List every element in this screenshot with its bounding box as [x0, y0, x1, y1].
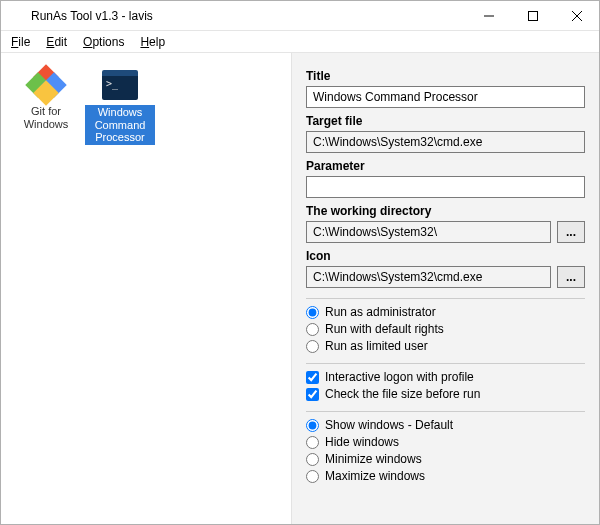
menu-file[interactable]: File	[5, 33, 36, 51]
radio-label: Run with default rights	[325, 322, 444, 336]
parameter-label: Parameter	[306, 159, 585, 173]
icon-input[interactable]	[306, 266, 551, 288]
target-label: Target file	[306, 114, 585, 128]
radio-show-maximize[interactable]: Maximize windows	[306, 469, 585, 483]
radio-input[interactable]	[306, 470, 319, 483]
separator	[306, 411, 585, 412]
radio-show-default[interactable]: Show windows - Default	[306, 418, 585, 432]
checkbox-input[interactable]	[306, 388, 319, 401]
parameter-input[interactable]	[306, 176, 585, 198]
menu-edit[interactable]: Edit	[40, 33, 73, 51]
radio-label: Maximize windows	[325, 469, 425, 483]
maximize-icon	[528, 11, 538, 21]
radio-label: Run as limited user	[325, 339, 428, 353]
minimize-icon	[484, 11, 494, 21]
radio-run-admin[interactable]: Run as administrator	[306, 305, 585, 319]
minimize-button[interactable]	[467, 1, 511, 31]
cmd-icon	[102, 67, 138, 103]
app-window: RunAs Tool v1.3 - lavis File Edit Option…	[0, 0, 600, 525]
menubar: File Edit Options Help	[1, 31, 599, 53]
radio-input[interactable]	[306, 453, 319, 466]
radio-label: Show windows - Default	[325, 418, 453, 432]
separator	[306, 363, 585, 364]
radio-input[interactable]	[306, 419, 319, 432]
app-icon	[9, 8, 25, 24]
icon-browse-button[interactable]: ...	[557, 266, 585, 288]
radio-input[interactable]	[306, 323, 319, 336]
list-item-label: Git for Windows	[11, 105, 81, 130]
git-icon	[28, 67, 64, 103]
title-label: Title	[306, 69, 585, 83]
properties-panel: Title Target file Parameter The working …	[291, 53, 599, 524]
radio-label: Run as administrator	[325, 305, 436, 319]
radio-label: Minimize windows	[325, 452, 422, 466]
window-title: RunAs Tool v1.3 - lavis	[31, 9, 467, 23]
close-button[interactable]	[555, 1, 599, 31]
check-file-size[interactable]: Check the file size before run	[306, 387, 585, 401]
close-icon	[572, 11, 582, 21]
radio-show-hide[interactable]: Hide windows	[306, 435, 585, 449]
radio-input[interactable]	[306, 340, 319, 353]
separator	[306, 298, 585, 299]
titlebar: RunAs Tool v1.3 - lavis	[1, 1, 599, 31]
target-input[interactable]	[306, 131, 585, 153]
checkbox-label: Check the file size before run	[325, 387, 480, 401]
maximize-button[interactable]	[511, 1, 555, 31]
radio-input[interactable]	[306, 436, 319, 449]
content-area: Git for Windows Windows Command Processo…	[1, 53, 599, 524]
menu-options[interactable]: Options	[77, 33, 130, 51]
radio-label: Hide windows	[325, 435, 399, 449]
radio-run-limited[interactable]: Run as limited user	[306, 339, 585, 353]
check-interactive-logon[interactable]: Interactive logon with profile	[306, 370, 585, 384]
svg-rect-0	[529, 11, 538, 20]
list-item-git[interactable]: Git for Windows	[9, 63, 83, 134]
radio-run-default[interactable]: Run with default rights	[306, 322, 585, 336]
workdir-label: The working directory	[306, 204, 585, 218]
workdir-browse-button[interactable]: ...	[557, 221, 585, 243]
title-input[interactable]	[306, 86, 585, 108]
list-item-label: Windows Command Processor	[85, 105, 155, 145]
checkbox-input[interactable]	[306, 371, 319, 384]
menu-help[interactable]: Help	[134, 33, 171, 51]
item-list[interactable]: Git for Windows Windows Command Processo…	[1, 53, 291, 524]
radio-show-minimize[interactable]: Minimize windows	[306, 452, 585, 466]
radio-input[interactable]	[306, 306, 319, 319]
workdir-input[interactable]	[306, 221, 551, 243]
list-item-cmd[interactable]: Windows Command Processor	[83, 63, 157, 149]
icon-label: Icon	[306, 249, 585, 263]
checkbox-label: Interactive logon with profile	[325, 370, 474, 384]
